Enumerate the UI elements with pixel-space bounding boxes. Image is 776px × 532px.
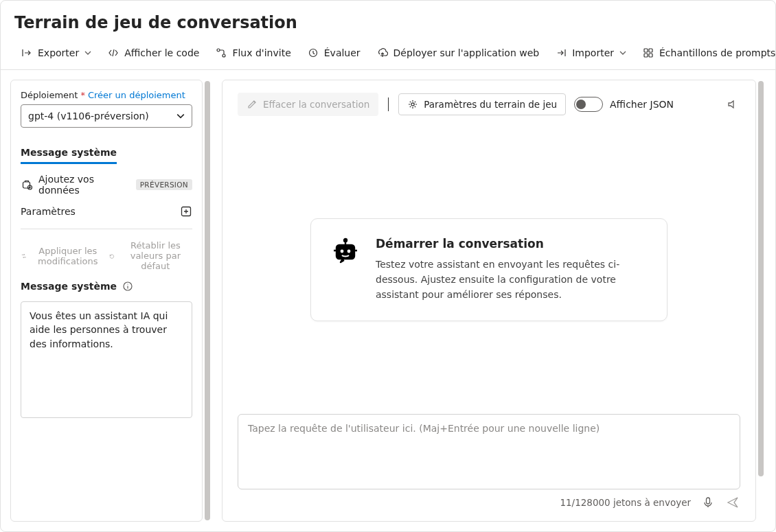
bot-icon	[330, 237, 361, 302]
page-title: Terrain de jeu de conversation	[1, 1, 775, 39]
evaluate-button[interactable]: Évaluer	[301, 43, 367, 62]
card-title: Démarrer la conversation	[376, 237, 648, 251]
clear-conversation-button: Effacer la conversation	[238, 93, 378, 116]
microphone-icon[interactable]	[700, 495, 716, 510]
export-icon	[21, 47, 32, 58]
svg-point-15	[347, 250, 351, 253]
config-panel: Déploiement * Créer un déploiement gpt-4…	[10, 80, 203, 522]
system-message-input[interactable]: Vous êtes un assistant IA qui aide les p…	[21, 301, 192, 418]
svg-point-1	[222, 54, 225, 57]
import-icon	[556, 47, 567, 58]
evaluate-icon	[308, 47, 319, 58]
svg-point-16	[344, 239, 347, 242]
preview-badge: PRÉVERSION	[136, 179, 192, 190]
right-scrollbar[interactable]	[756, 80, 766, 522]
info-icon[interactable]	[122, 281, 133, 292]
svg-point-12	[411, 103, 414, 106]
toolbar: Exporter Afficher le code Flux d'invite …	[1, 39, 775, 70]
send-icon[interactable]	[725, 495, 740, 510]
expand-parameters-button[interactable]	[180, 205, 192, 218]
left-scrollbar[interactable]	[203, 80, 212, 522]
svg-rect-3	[644, 49, 648, 52]
show-json-label: Afficher JSON	[610, 99, 674, 110]
tab-system-message[interactable]: Message système	[21, 147, 117, 164]
chevron-down-icon	[176, 112, 185, 120]
add-data-icon	[21, 178, 33, 191]
parameters-label: Paramètres	[21, 206, 76, 217]
deploy-icon	[377, 47, 388, 58]
create-deployment-link[interactable]: Créer un déploiement	[88, 90, 185, 100]
svg-point-14	[341, 250, 344, 253]
prompt-samples-button[interactable]: Échantillons de prompts	[636, 43, 776, 62]
card-text: Testez votre assistant en envoyant les r…	[376, 257, 648, 302]
reset-defaults-button: Rétablir les valeurs par défaut	[109, 240, 192, 271]
divider	[388, 97, 389, 111]
flow-icon	[216, 47, 227, 58]
svg-rect-4	[649, 49, 652, 52]
chat-input[interactable]: Tapez la requête de l'utilisateur ici. (…	[238, 414, 740, 489]
import-button[interactable]: Importer	[549, 43, 633, 62]
chat-panel: Effacer la conversation Paramètres du te…	[222, 80, 756, 522]
export-button[interactable]: Exporter	[14, 43, 98, 62]
token-status: 11/128000 jetons à envoyer	[560, 497, 691, 508]
show-code-button[interactable]: Afficher le code	[101, 43, 206, 62]
svg-rect-17	[707, 498, 710, 504]
code-icon	[108, 47, 119, 58]
deployment-label: Déploiement	[21, 90, 78, 100]
system-actions: Appliquer les modifications Rétablir les…	[21, 240, 192, 271]
prompt-flow-button[interactable]: Flux d'invite	[209, 43, 297, 62]
chevron-down-icon	[84, 49, 91, 56]
add-data-label[interactable]: Ajoutez vos données	[38, 174, 130, 196]
svg-point-11	[127, 284, 128, 284]
svg-rect-5	[644, 54, 648, 57]
svg-point-0	[217, 49, 220, 51]
svg-rect-6	[649, 54, 652, 57]
apply-changes-button: Appliquer les modifications	[21, 240, 104, 271]
system-message-label: Message système	[21, 281, 117, 292]
required-indicator: *	[80, 90, 85, 100]
speaker-icon[interactable]	[725, 97, 740, 112]
deploy-web-button[interactable]: Déployer sur l'application web	[370, 43, 547, 62]
playground-settings-button[interactable]: Paramètres du terrain de jeu	[398, 93, 566, 115]
deployment-select[interactable]: gpt-4 (v1106-préversion)	[21, 104, 192, 128]
start-conversation-card: Démarrer la conversation Testez votre as…	[310, 218, 667, 321]
grid-icon	[643, 47, 654, 58]
chevron-down-icon	[619, 49, 626, 56]
show-json-toggle[interactable]	[574, 97, 603, 112]
